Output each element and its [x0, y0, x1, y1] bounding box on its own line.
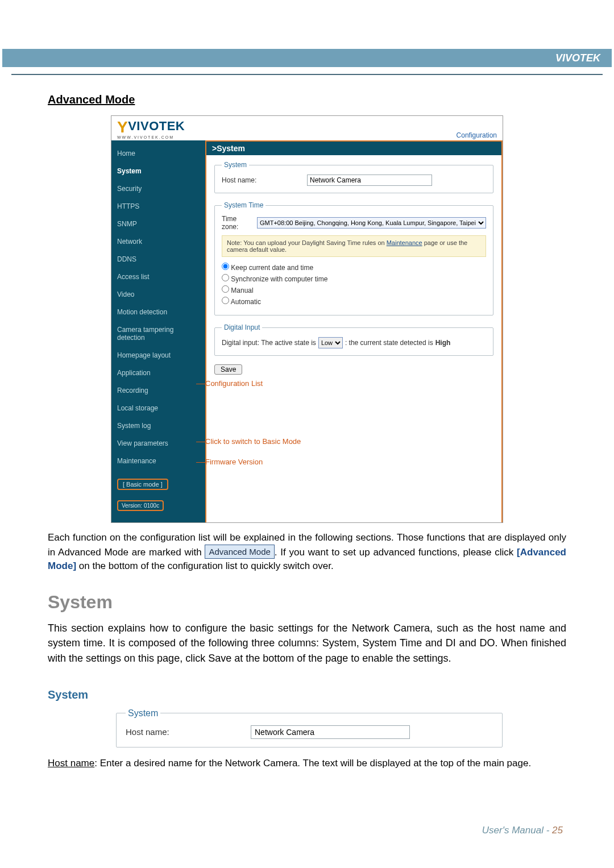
di-mid: : the current state detected is: [345, 339, 433, 347]
sidebar-item-video[interactable]: Video: [117, 290, 200, 298]
save-button[interactable]: Save: [214, 364, 242, 375]
dst-note: Note: You can upload your Daylight Savin…: [222, 235, 486, 257]
radio-sync-computer[interactable]: [222, 274, 229, 281]
radio-automatic[interactable]: [222, 297, 229, 304]
page-content: Advanced Mode YVIVOTEK WWW.VIVOTEK.COM C…: [48, 93, 566, 769]
sidebar-item-home[interactable]: Home: [117, 149, 200, 157]
system-heading: System: [48, 592, 566, 613]
sidebar-item-system[interactable]: System: [117, 167, 200, 175]
logo-subtext: WWW.VIVOTEK.COM: [117, 135, 185, 139]
horizontal-rule: [11, 74, 603, 75]
sidebar-item-snmp[interactable]: SNMP: [117, 220, 200, 228]
sidebar: Home System Security HTTPS SNMP Network …: [111, 140, 205, 522]
page-number: 25: [552, 825, 563, 836]
di-prefix: Digital input: The active state is: [222, 339, 316, 347]
di-current-state: High: [435, 339, 451, 347]
basic-mode-button[interactable]: [ Basic mode ]: [117, 479, 168, 490]
section-heading: Advanced Mode: [48, 93, 566, 106]
radio-keep-current[interactable]: [222, 263, 229, 270]
advanced-mode-badge: Advanced Mode: [205, 545, 274, 559]
sidebar-item-access-list[interactable]: Access list: [117, 273, 200, 281]
page-footer: User's Manual - 25: [482, 825, 563, 836]
sidebar-item-security[interactable]: Security: [117, 185, 200, 193]
main-panel: >System System Host name: System Time Ti…: [205, 140, 503, 522]
sidebar-item-tampering[interactable]: Camera tampering detection: [117, 326, 200, 342]
system-legend-2: System: [126, 708, 160, 719]
brand-text: VIVOTEK: [555, 52, 600, 64]
sidebar-item-motion[interactable]: Motion detection: [117, 308, 200, 316]
time-radios: Keep current date and time Synchronize w…: [222, 263, 486, 306]
host-name-input[interactable]: [307, 175, 432, 186]
logo-text: VIVOTEK: [128, 119, 185, 133]
logo: YVIVOTEK WWW.VIVOTEK.COM: [117, 118, 185, 139]
intro-paragraph: Each function on the configuration list …: [48, 531, 566, 572]
configuration-link[interactable]: Configuration: [457, 131, 497, 139]
maintenance-link[interactable]: Maintenance: [387, 239, 422, 246]
digital-input-legend: Digital Input: [222, 323, 262, 331]
sidebar-item-https[interactable]: HTTPS: [117, 202, 200, 210]
sidebar-item-recording[interactable]: Recording: [117, 387, 200, 394]
di-active-state-select[interactable]: Low: [318, 337, 343, 348]
sidebar-item-application[interactable]: Application: [117, 369, 200, 377]
sidebar-item-homepage-layout[interactable]: Homepage layout: [117, 351, 200, 359]
callout-basic-mode: Click to switch to Basic Mode: [205, 437, 301, 446]
system-fieldset-2: System Host name:: [116, 708, 503, 747]
callout-config-list: Configuration List: [205, 379, 263, 388]
system-paragraph: This section explains how to configure t…: [48, 621, 566, 665]
host-name-description: Host name: Enter a desired name for the …: [48, 758, 566, 769]
version-badge: Version: 0100c: [117, 500, 164, 511]
system-subheading: System: [48, 688, 566, 701]
host-name-label-2: Host name:: [126, 727, 251, 737]
system-time-fieldset: System Time Time zone: GMT+08:00 Beijing…: [214, 201, 493, 315]
config-screenshot: YVIVOTEK WWW.VIVOTEK.COM Configuration H…: [111, 115, 503, 523]
digital-input-fieldset: Digital Input Digital input: The active …: [214, 323, 493, 356]
sidebar-item-maintenance[interactable]: Maintenance: [117, 457, 200, 465]
sidebar-item-local-storage[interactable]: Local storage: [117, 404, 200, 412]
sidebar-item-ddns[interactable]: DDNS: [117, 255, 200, 263]
system-legend: System: [222, 161, 249, 169]
system-fieldset: System Host name:: [214, 161, 493, 193]
callout-firmware-version: Firmware Version: [205, 458, 263, 466]
timezone-select[interactable]: GMT+08:00 Beijing, Chongqing, Hong Kong,…: [257, 217, 486, 229]
timezone-label: Time zone:: [222, 215, 254, 231]
radio-manual[interactable]: [222, 285, 229, 293]
host-name-label: Host name:: [222, 176, 307, 184]
sidebar-item-system-log[interactable]: System log: [117, 422, 200, 430]
breadcrumb: >System: [206, 142, 501, 155]
sidebar-item-view-parameters[interactable]: View parameters: [117, 439, 200, 447]
system-time-legend: System Time: [222, 201, 265, 209]
sidebar-item-network[interactable]: Network: [117, 238, 200, 246]
host-name-input-2[interactable]: [251, 725, 410, 739]
page-header: VIVOTEK: [2, 49, 612, 67]
